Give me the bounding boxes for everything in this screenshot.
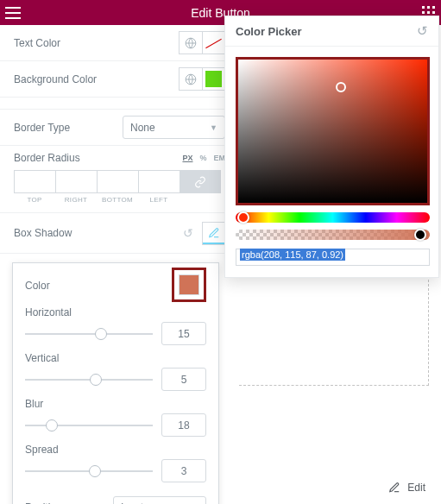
border-radius-head: Border Radius PX % EM: [0, 146, 239, 170]
border-type-value: None: [130, 122, 155, 134]
shadow-position-select[interactable]: Inset ▼: [113, 496, 206, 505]
border-radius-col-labels: TOP RIGHT BOTTOM LEFT: [0, 196, 239, 204]
unit-switch: PX % EM: [182, 154, 225, 162]
chevron-down-icon: ▼: [210, 123, 217, 132]
edit-section-button[interactable]: Edit: [388, 482, 425, 494]
section-divider: [0, 98, 239, 110]
border-type-label: Border Type: [14, 122, 123, 134]
shadow-position-row: Position Inset ▼: [25, 489, 206, 504]
bg-color-label: Background Color: [14, 73, 179, 85]
sv-cursor-icon: [336, 82, 346, 92]
edit-chip-label: Edit: [407, 482, 425, 494]
border-type-row: Border Type None ▼: [0, 110, 239, 146]
radius-left-input[interactable]: [138, 170, 180, 193]
shadow-blur-slider[interactable]: [25, 418, 153, 433]
globe-icon[interactable]: [179, 67, 202, 91]
shadow-vertical-slider[interactable]: [25, 372, 153, 387]
hue-thumb-icon: [237, 211, 249, 224]
shadow-horizontal-label: Horizontal: [25, 306, 206, 318]
shadow-horizontal-slider[interactable]: [25, 326, 153, 342]
color-picker-title: Color Picker: [236, 25, 417, 38]
alpha-slider[interactable]: [236, 230, 430, 240]
unit-px[interactable]: PX: [182, 154, 192, 162]
unit-percent[interactable]: %: [199, 154, 206, 162]
border-type-select[interactable]: None ▼: [123, 116, 225, 139]
menu-icon[interactable]: [5, 7, 21, 19]
text-color-row: Text Color: [0, 25, 239, 61]
unit-em[interactable]: EM: [214, 154, 226, 162]
shadow-color-row: Color: [25, 272, 206, 299]
text-color-swatch[interactable]: [202, 31, 225, 54]
color-picker-popover: Color Picker ↺ rgba(208, 115, 87, 0.92): [224, 16, 439, 278]
bg-color-swatch[interactable]: [202, 67, 225, 91]
link-values-button[interactable]: [180, 170, 221, 193]
bg-color-row: Background Color: [0, 61, 239, 98]
shadow-spread-row: Spread: [25, 444, 206, 482]
alpha-thumb-icon: [414, 229, 426, 241]
shadow-color-label: Color: [25, 280, 172, 292]
shadow-spread-label: Spread: [25, 444, 206, 456]
box-shadow-edit-button[interactable]: [202, 222, 225, 245]
radius-right-input[interactable]: [55, 170, 97, 193]
shadow-color-swatch[interactable]: [172, 268, 206, 302]
box-shadow-row: Box Shadow ↺: [0, 212, 239, 254]
shadow-horizontal-input[interactable]: [161, 322, 206, 345]
shadow-vertical-label: Vertical: [25, 352, 206, 364]
color-picker-body: rgba(208, 115, 87, 0.92): [225, 47, 438, 274]
color-value-text: rgba(208, 115, 87, 0.92): [240, 249, 345, 261]
color-picker-header: Color Picker ↺: [225, 16, 438, 47]
text-color-label: Text Color: [14, 37, 179, 49]
shadow-vertical-row: Vertical: [25, 352, 206, 391]
shadow-horizontal-row: Horizontal: [25, 306, 206, 345]
reset-icon[interactable]: ↺: [417, 23, 428, 39]
box-shadow-popover: Color Horizontal Vertical Blur Spread Po…: [12, 262, 219, 504]
radius-bottom-input[interactable]: [97, 170, 138, 193]
shadow-blur-label: Blur: [25, 398, 206, 410]
shadow-spread-input[interactable]: [161, 459, 206, 482]
col-top: TOP: [14, 196, 55, 204]
box-shadow-label: Box Shadow: [14, 227, 183, 239]
shadow-vertical-input[interactable]: [161, 368, 206, 391]
color-value-input[interactable]: rgba(208, 115, 87, 0.92): [236, 249, 430, 266]
col-right: RIGHT: [55, 196, 97, 204]
border-radius-inputs: [0, 170, 239, 196]
radius-top-input[interactable]: [14, 170, 55, 193]
border-radius-label: Border Radius: [14, 152, 182, 164]
col-left: LEFT: [138, 196, 180, 204]
hue-slider[interactable]: [236, 212, 430, 223]
saturation-value-field[interactable]: [236, 57, 430, 205]
shadow-blur-row: Blur: [25, 398, 206, 437]
style-panel: Text Color Background Color Border Type …: [0, 25, 239, 254]
shadow-blur-input[interactable]: [161, 413, 206, 437]
col-bottom: BOTTOM: [97, 196, 138, 204]
reset-icon[interactable]: ↺: [183, 226, 193, 240]
shadow-spread-slider[interactable]: [25, 463, 153, 479]
globe-icon[interactable]: [179, 31, 202, 54]
